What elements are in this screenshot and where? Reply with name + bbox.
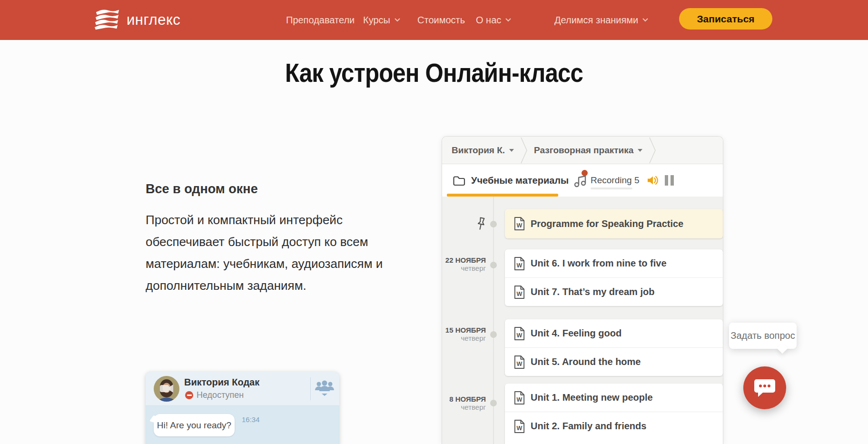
material-row[interactable]: W Unit 1. Meeting new people: [505, 384, 723, 412]
doc-letter: W: [517, 396, 523, 403]
word-doc-icon: W: [513, 391, 525, 405]
course-crumb-label: Разговорная практика: [534, 145, 633, 156]
divider: [310, 377, 311, 400]
chevron-down-icon: [642, 18, 648, 22]
teacher-crumb[interactable]: Виктория К.: [452, 145, 514, 156]
chat-header: Виктория Кодак Недоступен: [146, 372, 339, 406]
logo-flag-icon: [94, 8, 120, 32]
tab-materials-label: Учебные материалы: [471, 175, 569, 186]
feature-heading: Все в одном окне: [146, 182, 398, 197]
doc-letter: W: [517, 332, 523, 339]
timeline-dot: [490, 400, 497, 406]
date-text: 22 НОЯБРЯ: [442, 256, 486, 264]
material-title: Unit 7. That’s my dream job: [531, 286, 654, 297]
lesson-group-card: W Unit 4. Feeling good W Unit 5. Around …: [505, 319, 723, 376]
timeline-dot: [490, 262, 497, 268]
timeline-dot: [490, 221, 497, 227]
material-row[interactable]: W Unit 7. That’s my dream job: [505, 277, 723, 306]
date-text: 15 НОЯБРЯ: [442, 326, 486, 334]
page: инглекс Преподаватели Курсы Стоимость О …: [0, 0, 868, 444]
breadcrumb-separator: [520, 137, 528, 164]
weekday-text: четверг: [442, 403, 486, 411]
material-row[interactable]: W Programme for Speaking Practice: [505, 209, 723, 238]
logo[interactable]: инглекс: [94, 0, 180, 40]
online-class-panel: Виктория К. Разговорная практика Учебные…: [442, 136, 723, 444]
doc-letter: W: [517, 262, 523, 269]
logo-text: инглекс: [127, 11, 180, 29]
breadcrumb-separator: [649, 137, 656, 164]
weekday-text: четверг: [442, 334, 486, 342]
tab-recording[interactable]: Recording 5: [574, 164, 639, 197]
doc-letter: W: [517, 291, 523, 297]
panel-tabs: Учебные материалы Recording 5: [442, 164, 723, 197]
volume-icon[interactable]: [647, 175, 659, 186]
chat-message-text: Hi! Are you ready?: [157, 420, 231, 431]
material-title: Unit 5. Around the home: [531, 356, 641, 367]
word-doc-icon: W: [513, 326, 525, 341]
material-title: Unit 4. Feeling good: [531, 328, 621, 339]
material-title: Unit 2. Family and friends: [531, 421, 646, 432]
signup-button[interactable]: Записаться: [679, 8, 772, 30]
weekday-text: четверг: [442, 264, 486, 272]
timeline: [493, 197, 494, 444]
word-doc-icon: W: [513, 419, 525, 434]
tab-materials[interactable]: Учебные материалы: [453, 164, 569, 197]
chat-message-bubble: Hi! Are you ready?: [154, 414, 235, 436]
support-chat-button[interactable]: [743, 366, 786, 409]
chevron-down-icon: [638, 149, 642, 152]
pause-icon[interactable]: [665, 175, 674, 186]
material-row[interactable]: W Unit 2. Family and friends: [505, 412, 723, 440]
nav-label: Делимся знаниями: [554, 15, 638, 26]
lesson-date-label: 22 НОЯБРЯ четверг: [442, 256, 486, 272]
lesson-date-label: 8 НОЯБРЯ четверг: [442, 395, 486, 411]
folder-icon: [453, 175, 465, 186]
recording-progress-bar: [591, 187, 632, 189]
nav-item-knowledge[interactable]: Делимся знаниями: [554, 0, 648, 40]
chevron-down-icon: [395, 18, 400, 22]
feature-paragraph: Простой и компактный интерфейс обеспечив…: [146, 209, 398, 296]
nav-label: Курсы: [363, 15, 390, 26]
chevron-down-icon: [505, 18, 511, 22]
nav-item-pricing[interactable]: Стоимость: [417, 0, 465, 40]
header: инглекс Преподаватели Курсы Стоимость О …: [0, 0, 868, 40]
nav-item-about[interactable]: О нас: [476, 0, 511, 40]
teacher-crumb-label: Виктория К.: [452, 145, 505, 156]
panel-breadcrumb: Виктория К. Разговорная практика: [442, 137, 723, 164]
tooltip-tail: [777, 343, 788, 354]
teacher-avatar: [154, 376, 179, 402]
tab-recording-label: Recording 5: [591, 175, 639, 186]
tooltip-text: Задать вопрос: [730, 330, 795, 341]
pinned-material-card[interactable]: W Programme for Speaking Practice: [505, 209, 723, 238]
feature-block: Все в одном окне Простой и компактный ин…: [146, 182, 398, 296]
chat-bubble-icon: [753, 377, 776, 398]
materials-list: W Programme for Speaking Practice 22 НОЯ…: [442, 197, 723, 444]
material-row[interactable]: W Unit 4. Feeling good: [505, 319, 723, 347]
notification-dot: [582, 170, 588, 176]
page-title: Как устроен Онлайн-класс: [52, 57, 816, 88]
material-row[interactable]: W Unit 6. I work from nine to five: [505, 249, 723, 277]
teacher-status: Недоступен: [185, 390, 244, 400]
chevron-down-icon: [509, 149, 514, 152]
material-title: Programme for Speaking Practice: [531, 218, 683, 229]
lesson-date-label: 15 НОЯБРЯ четверг: [442, 326, 486, 342]
nav-label: О нас: [476, 15, 501, 26]
pin-icon: [474, 216, 488, 232]
ask-question-tooltip[interactable]: Задать вопрос: [729, 323, 797, 349]
word-doc-icon: W: [513, 355, 525, 369]
material-title: Unit 6. I work from nine to five: [531, 258, 667, 269]
doc-letter: W: [517, 222, 523, 229]
word-doc-icon: W: [513, 257, 525, 271]
course-crumb[interactable]: Разговорная практика: [534, 145, 642, 156]
date-text: 8 НОЯБРЯ: [442, 395, 486, 403]
participants-icon[interactable]: [315, 380, 334, 397]
nav-item-teachers[interactable]: Преподаватели: [286, 0, 355, 40]
chat-widget: Виктория Кодак Недоступен Hi! Are you re…: [146, 372, 339, 444]
material-row[interactable]: W Unit 5. Around the home: [505, 347, 723, 376]
nav-item-courses[interactable]: Курсы: [363, 0, 400, 40]
lesson-group-card: W Unit 1. Meeting new people W Unit 2. F…: [505, 384, 723, 444]
dnd-status-icon: [185, 391, 193, 399]
chat-message-time: 16:34: [242, 415, 260, 424]
lesson-group-card: W Unit 6. I work from nine to five W Uni…: [505, 249, 723, 306]
doc-letter: W: [517, 425, 523, 432]
teacher-name: Виктория Кодак: [184, 377, 259, 388]
